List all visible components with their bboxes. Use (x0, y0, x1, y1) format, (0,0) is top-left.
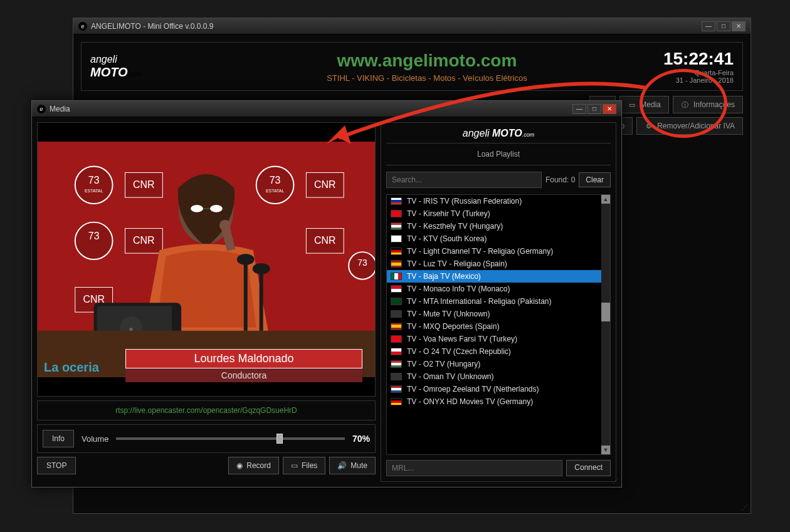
stop-button[interactable]: STOP (37, 457, 76, 474)
media-window: e Media — □ ✕ 73ESTATAL CNR 73ESTATAL CN… (31, 100, 622, 488)
channel-label: TV - Kirsehir TV (Turkey) (407, 209, 490, 218)
media-titlebar[interactable]: e Media — □ ✕ (32, 101, 621, 117)
channel-label: TV - Mute TV (Unknown) (407, 310, 490, 318)
svg-rect-34 (260, 272, 263, 331)
mrl-input[interactable] (386, 460, 562, 476)
clock-date: 31 - Janeiro - 2018 (663, 76, 734, 84)
clock-weekday: Quarta-Feira (663, 69, 734, 76)
svg-text:ESTATAL: ESTATAL (85, 189, 103, 193)
flag-icon (391, 335, 402, 343)
info-button[interactable]: ⓘInformações (673, 96, 743, 113)
minimize-button[interactable]: — (572, 104, 586, 114)
media-title: Media (50, 105, 70, 113)
maximize-button[interactable]: □ (587, 104, 601, 114)
volume-label: Volume (82, 434, 108, 444)
flag-icon (391, 235, 402, 243)
media-button[interactable]: ▭Media (619, 96, 669, 113)
channel-item[interactable]: TV - Light Channel TV - Religiao (German… (387, 245, 610, 258)
flag-icon (391, 210, 402, 217)
channel-item[interactable]: TV - O2 TV (Hungary) (387, 358, 610, 370)
resize-grip[interactable]: ⋰ (742, 504, 748, 511)
channel-item[interactable]: TV - IRIS TV (Russian Federation) (387, 195, 610, 207)
files-button[interactable]: ▭Files (283, 457, 325, 474)
svg-text:ESTATAL: ESTATAL (266, 189, 285, 193)
svg-rect-32 (244, 263, 248, 331)
channel-item[interactable]: TV - Luz TV - Religiao (Spain) (387, 258, 610, 270)
speaker-icon: 🔊 (337, 461, 347, 470)
gear-icon: ⚙ (645, 122, 653, 130)
flag-icon (391, 260, 402, 268)
app-icon: e (78, 22, 87, 31)
svg-point-35 (253, 263, 270, 274)
close-button[interactable]: ✕ (603, 104, 616, 114)
main-titlebar[interactable]: e ANGELIMOTO - Mini Office v.0.0.0.9 — □… (73, 18, 750, 34)
clear-button[interactable]: Clear (579, 172, 611, 187)
channel-label: TV - O2 TV (Hungary) (407, 360, 480, 368)
channel-item[interactable]: TV - Mute TV (Unknown) (387, 308, 610, 320)
channel-item[interactable]: TV - O 24 TV (Czech Republic) (387, 345, 610, 358)
record-icon: ◉ (236, 461, 243, 470)
flag-icon (391, 310, 402, 318)
channel-label: TV - IRIS TV (Russian Federation) (407, 197, 522, 206)
app-icon: e (37, 105, 46, 113)
svg-text:CNR: CNR (133, 179, 155, 190)
scroll-thumb[interactable] (601, 303, 610, 321)
slider-thumb[interactable] (276, 434, 283, 444)
flag-icon (391, 222, 402, 230)
channel-item[interactable]: TV - KTV (South Korea) (387, 232, 610, 245)
channel-item[interactable]: TV - Oman TV (Unknown) (387, 370, 610, 383)
svg-text:73: 73 (270, 175, 281, 185)
found-count: Found: 0 (545, 175, 575, 184)
close-button[interactable]: ✕ (732, 21, 745, 31)
channel-item[interactable]: TV - Baja TV (Mexico) (387, 270, 610, 283)
svg-point-33 (237, 254, 255, 265)
info-icon: ⓘ (681, 100, 690, 109)
logo-top: angeli (90, 54, 191, 65)
channel-label: TV - Keszthely TV (Hungary) (407, 222, 503, 231)
channel-item[interactable]: TV - MXQ Deportes (Spain) (387, 320, 610, 333)
channel-label: TV - MXQ Deportes (Spain) (407, 322, 499, 331)
channel-item[interactable]: TV - MTA International - Religiao (Pakis… (387, 295, 610, 308)
main-title: ANGELIMOTO - Mini Office v.0.0.0.9 (91, 22, 213, 31)
channel-list[interactable]: TV - IRIS TV (Russian Federation)TV - Ki… (386, 194, 611, 455)
flag-icon (391, 298, 402, 305)
channel-label: TV - Oman TV (Unknown) (407, 372, 493, 381)
channel-item[interactable]: TV - Voa News Farsi TV (Turkey) (387, 333, 610, 345)
channel-item[interactable]: TV - Omroep Zeeland TV (Netherlands) (387, 383, 610, 395)
remove-iva-button[interactable]: ⚙Remover/Adicionar IVA (636, 117, 743, 135)
channel-item[interactable]: TV - ONYX HD Movies TV (Germany) (387, 395, 610, 408)
scrollbar[interactable]: ▲ ▼ (601, 195, 610, 454)
stream-url: rtsp://live.opencaster.com/opencaster/Gq… (37, 400, 376, 420)
scroll-up-icon[interactable]: ▲ (601, 195, 610, 204)
svg-text:✿: ✿ (129, 327, 133, 331)
connect-button[interactable]: Connect (566, 460, 611, 476)
flag-icon (391, 323, 402, 330)
search-input[interactable] (386, 172, 542, 188)
channel-item[interactable]: TV - Kirsehir TV (Turkey) (387, 207, 610, 220)
mute-button[interactable]: 🔊Mute (329, 457, 376, 474)
flag-icon (391, 360, 402, 368)
svg-text:73: 73 (357, 258, 367, 268)
channel-label: TV - O 24 TV (Czech Republic) (407, 347, 511, 356)
resize-grip[interactable]: ⋰ (613, 477, 619, 484)
scroll-down-icon[interactable]: ▼ (601, 446, 610, 454)
minimize-button[interactable]: — (702, 21, 715, 31)
video-role: Conductora (125, 368, 362, 382)
load-playlist-button[interactable]: Load Playlist (386, 143, 611, 165)
maximize-button[interactable]: □ (717, 21, 730, 31)
svg-text:CNR: CNR (314, 179, 336, 190)
channel-item[interactable]: TV - Keszthely TV (Hungary) (387, 220, 610, 232)
svg-text:73: 73 (88, 231, 100, 241)
info-button[interactable]: Info (43, 430, 74, 447)
flag-icon (391, 197, 402, 205)
video-player[interactable]: 73ESTATAL CNR 73ESTATAL CNR 73 CNR CNR 7… (37, 122, 376, 397)
channel-item[interactable]: TV - Monaco Info TV (Monaco) (387, 283, 610, 295)
record-button[interactable]: ◉Record (228, 457, 279, 474)
logo: angeli MOTO.com (90, 54, 191, 80)
clock-time: 15:22:41 (663, 49, 734, 69)
flag-icon (391, 273, 402, 280)
volume-slider[interactable] (116, 437, 345, 440)
video-name: Lourdes Maldonado (125, 349, 362, 368)
channel-label: TV - ONYX HD Movies TV (Germany) (407, 397, 533, 406)
flag-icon (391, 385, 402, 393)
